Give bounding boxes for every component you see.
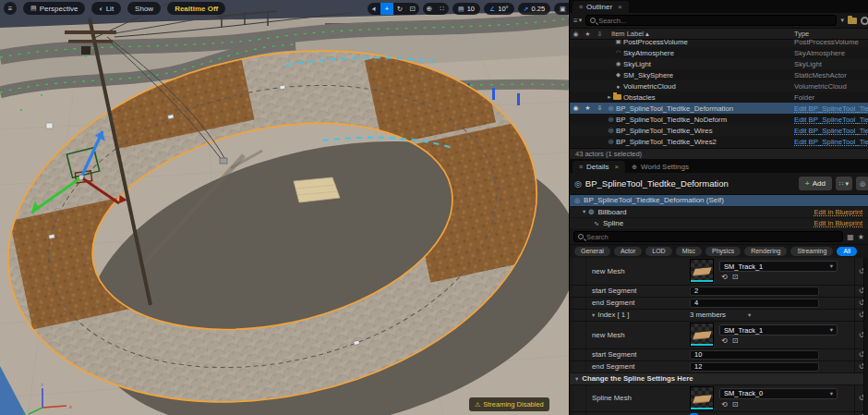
- property-row-new-mesh: new Mesh SM_Track_1 ▾ ⟲ ⊡ ↺: [570, 258, 868, 286]
- subobjects-view-button[interactable]: ∷ ▾: [836, 177, 852, 190]
- star-icon[interactable]: ★: [582, 104, 594, 112]
- outliner-row[interactable]: ◉ SkyLight SkyLight: [570, 58, 868, 69]
- edit-blueprint-button[interactable]: ◎: [856, 177, 868, 190]
- details-search-box[interactable]: [573, 231, 843, 242]
- component-row-billboard[interactable]: ▾ ◍ Billboard Edit in Blueprint: [570, 207, 868, 219]
- filter-misc[interactable]: Misc: [676, 247, 702, 256]
- end-segment-input[interactable]: [690, 299, 819, 308]
- rotate-tool-button[interactable]: ↻: [393, 3, 406, 15]
- mesh-thumbnail[interactable]: [690, 259, 714, 283]
- edit-blueprint-link[interactable]: Edit BP_SplineTool_Tiedtke_: [794, 127, 868, 135]
- pin-column-icon[interactable]: ⇩: [594, 31, 606, 38]
- edit-blueprint-link[interactable]: Edit BP_SplineTool_Tiedtke: [794, 116, 868, 124]
- mesh-asset-dropdown[interactable]: SM_Track_0 ▾: [719, 388, 838, 399]
- tab-outliner[interactable]: ≡ Outliner ×: [573, 1, 629, 13]
- eye-icon[interactable]: ◉: [570, 104, 582, 112]
- level-viewport[interactable]: z x y ≡ ▤ Perspective ◐ Lit Show Realtim…: [0, 0, 569, 415]
- browse-to-asset-icon[interactable]: ⊡: [732, 400, 739, 409]
- browse-to-asset-icon[interactable]: ⊡: [732, 336, 739, 345]
- end-segment-input[interactable]: [690, 362, 819, 372]
- filter-streaming[interactable]: Streaming: [790, 247, 833, 256]
- static-mesh-icon: ◆: [613, 71, 623, 79]
- filter-rendering[interactable]: Rendering: [744, 247, 787, 256]
- mesh-thumbnail[interactable]: [690, 386, 714, 410]
- spline-point-cube[interactable]: [46, 123, 53, 128]
- visibility-column-icon[interactable]: ◉: [570, 31, 582, 38]
- property-label: start Segment: [586, 350, 690, 359]
- tab-details[interactable]: ≡ Details ×: [573, 161, 625, 173]
- item-label-column[interactable]: Item Label ▴: [606, 30, 794, 38]
- camera-speed-control[interactable]: ▣ 1: [554, 3, 569, 15]
- details-scrollbar[interactable]: [863, 258, 868, 415]
- outliner-row[interactable]: ● VolumetricCloud VolumetricCloud: [570, 80, 868, 92]
- viewport-perspective-button[interactable]: ▤ Perspective: [23, 2, 85, 15]
- outliner-row[interactable]: ◠ SkyAtmosphere SkyAtmosphere: [570, 47, 868, 58]
- outliner-filter-button[interactable]: ≡▾: [573, 17, 582, 25]
- edit-blueprint-link[interactable]: Edit BP_SplineTool_Tiedtke: [794, 138, 868, 146]
- component-row-spline[interactable]: ∿ Spline Edit in Blueprint: [570, 218, 868, 230]
- use-selected-asset-icon[interactable]: ⟲: [721, 273, 728, 281]
- rotation-snap-control[interactable]: ∠ 10°: [484, 3, 514, 15]
- filter-all[interactable]: All: [837, 247, 857, 256]
- expand-arrow-icon[interactable]: ▾: [592, 311, 595, 318]
- outliner-row[interactable]: ◎ BP_SplineTool_Tiedtke_Wires2 Edit BP_S…: [570, 136, 868, 147]
- outliner-row[interactable]: ◎ BP_SplineTool_Tiedtke_Wires Edit BP_Sp…: [570, 125, 868, 136]
- sky-light-icon: ◉: [613, 60, 623, 67]
- property-row-spline-mesh: Spline Mesh SM_Track_0 ▾ ⟲ ⊡ ↺: [570, 385, 868, 412]
- details-search-input[interactable]: [586, 233, 838, 241]
- expand-arrow-icon[interactable]: ▸: [606, 93, 613, 101]
- outliner-row[interactable]: ◆ SM_SkySphere StaticMeshActor: [570, 69, 868, 80]
- viewport-show-button[interactable]: Show: [127, 2, 161, 15]
- edit-blueprint-link[interactable]: Edit BP_SplineTool_Tiedtke: [794, 104, 868, 113]
- close-tab-icon[interactable]: ×: [618, 3, 622, 11]
- volumetric-cloud-icon: ●: [613, 83, 623, 90]
- viewport-options-menu-button[interactable]: ≡: [4, 2, 17, 15]
- expand-arrow-icon[interactable]: ▾: [583, 208, 585, 215]
- viewport-lit-button[interactable]: ◐ Lit: [91, 2, 121, 15]
- row-label: SkyAtmosphere: [623, 49, 794, 57]
- start-segment-input[interactable]: [690, 287, 819, 296]
- type-column[interactable]: Type: [794, 30, 868, 38]
- scale-snap-control[interactable]: ↗ 0.25: [518, 3, 550, 15]
- component-row-self[interactable]: ◎ BP_SplineTool_Tiedtke_Deformation (Sel…: [570, 195, 868, 207]
- outliner-row-folder[interactable]: ▸ Obstacles Folder: [570, 92, 868, 103]
- tab-world-settings[interactable]: ⊕ World Settings: [625, 161, 695, 173]
- search-options-chevron-icon[interactable]: ▾: [840, 17, 844, 24]
- category-spline-settings[interactable]: ▾ Change the Spline Settings Here: [570, 373, 868, 385]
- filter-physics[interactable]: Physics: [705, 247, 741, 256]
- browse-to-asset-icon[interactable]: ⊡: [732, 273, 739, 281]
- blueprint-icon: ◎: [574, 197, 580, 204]
- filter-lod[interactable]: LOD: [645, 247, 671, 256]
- realtime-off-button[interactable]: Realtime Off: [167, 2, 225, 15]
- edit-in-blueprint-link[interactable]: Edit in Blueprint: [814, 208, 862, 216]
- mesh-thumbnail[interactable]: [690, 323, 714, 347]
- edit-in-blueprint-link[interactable]: Edit in Blueprint: [814, 219, 862, 227]
- world-coordinate-button[interactable]: ⊕: [423, 3, 436, 15]
- add-component-button[interactable]: + Add: [799, 177, 832, 190]
- create-folder-icon[interactable]: [848, 18, 857, 24]
- details-filter-chips: General Actor LOD Misc Physics Rendering…: [570, 245, 868, 258]
- filter-actor[interactable]: Actor: [614, 247, 642, 256]
- mesh-asset-dropdown[interactable]: SM_Track_1 ▾: [719, 261, 838, 272]
- scale-tool-button[interactable]: ⊡: [406, 3, 419, 15]
- outliner-search-input[interactable]: [598, 17, 832, 25]
- outliner-row-selected[interactable]: ◉ ★ ⇩ ◎ BP_SplineTool_Tiedtke_Deformatio…: [570, 103, 868, 114]
- pin-icon[interactable]: ⇩: [594, 104, 606, 112]
- outliner-row[interactable]: ▣ PostProcessVolume PostProcessVolume: [570, 40, 868, 47]
- use-selected-asset-icon[interactable]: ⟲: [721, 400, 728, 409]
- outliner-search-box[interactable]: [585, 15, 837, 26]
- move-tool-button[interactable]: +: [380, 3, 393, 15]
- favorites-star-icon[interactable]: ★: [858, 233, 864, 241]
- mesh-asset-dropdown[interactable]: SM_Track_1 ▾: [719, 324, 838, 336]
- filter-general[interactable]: General: [574, 247, 610, 256]
- outliner-row[interactable]: ◎ BP_SplineTool_Tiedtke_NoDeform Edit BP…: [570, 114, 868, 125]
- grid-snap-control[interactable]: ▤ 10: [452, 3, 480, 15]
- outliner-settings-gear-icon[interactable]: [861, 17, 868, 25]
- close-tab-icon[interactable]: ×: [615, 163, 620, 171]
- favorite-column-icon[interactable]: ★: [582, 31, 594, 38]
- start-segment-input[interactable]: [690, 350, 819, 360]
- use-selected-asset-icon[interactable]: ⟲: [721, 336, 728, 345]
- surface-snap-button[interactable]: ∷: [436, 3, 449, 15]
- array-members-dropdown[interactable]: 3 members ▾: [690, 311, 808, 319]
- display-settings-icon[interactable]: ▦: [847, 233, 854, 241]
